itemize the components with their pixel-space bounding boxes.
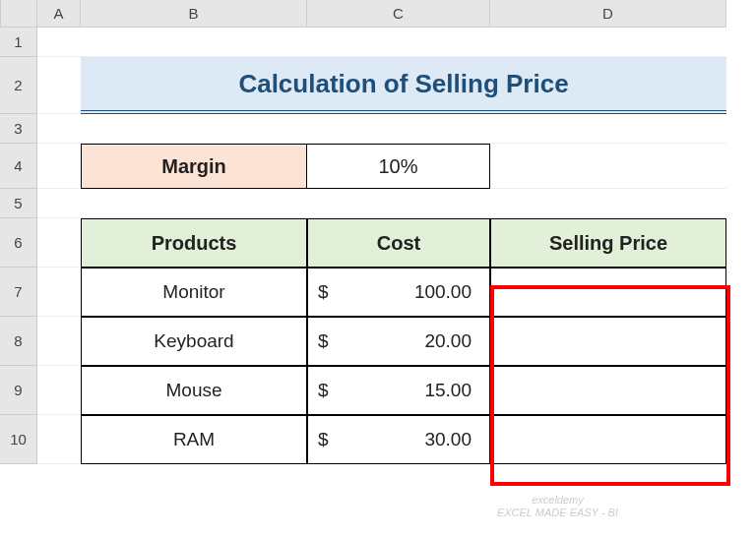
cell-a6[interactable]	[37, 218, 81, 268]
cost-1[interactable]: $20.00	[307, 317, 490, 366]
cost-2[interactable]: $15.00	[307, 366, 490, 415]
selling-2[interactable]	[490, 366, 726, 415]
product-3[interactable]: RAM	[81, 415, 307, 464]
watermark-line2: EXCEL MADE EASY - BI	[497, 507, 618, 519]
cost-3[interactable]: $30.00	[307, 415, 490, 464]
cost-value: 20.00	[424, 330, 472, 352]
cost-0[interactable]: $100.00	[307, 268, 490, 317]
cell-a5[interactable]	[37, 189, 81, 218]
selling-3[interactable]	[490, 415, 726, 464]
cell-d1[interactable]	[490, 28, 726, 57]
watermark-line1: exceldemy	[497, 494, 618, 507]
currency-symbol: $	[318, 429, 329, 450]
selling-0[interactable]	[490, 268, 726, 317]
cell-a2[interactable]	[37, 57, 81, 114]
cell-a7[interactable]	[37, 268, 81, 317]
cell-d3[interactable]	[490, 114, 726, 144]
cell-a3[interactable]	[37, 114, 81, 144]
row-header-6[interactable]: 6	[0, 218, 37, 268]
cell-a9[interactable]	[37, 366, 81, 415]
title-cell[interactable]: Calculation of Selling Price	[81, 57, 726, 114]
header-cost[interactable]: Cost	[307, 218, 490, 268]
margin-label[interactable]: Margin	[81, 144, 307, 189]
margin-value[interactable]: 10%	[307, 144, 490, 189]
currency-symbol: $	[318, 281, 329, 303]
select-all-corner[interactable]	[0, 0, 37, 28]
row-header-10[interactable]: 10	[0, 415, 37, 464]
product-1[interactable]: Keyboard	[81, 317, 307, 366]
product-0[interactable]: Monitor	[81, 268, 307, 317]
header-products[interactable]: Products	[81, 218, 307, 268]
cell-b1[interactable]	[81, 28, 307, 57]
selling-1[interactable]	[490, 317, 726, 366]
currency-symbol: $	[318, 380, 329, 401]
col-header-b[interactable]: B	[81, 0, 307, 28]
cell-b3[interactable]	[81, 114, 307, 144]
cell-b5[interactable]	[81, 189, 307, 218]
row-header-3[interactable]: 3	[0, 114, 37, 144]
row-header-5[interactable]: 5	[0, 189, 37, 218]
spreadsheet-grid: A B C D 1 2 Calculation of Selling Price…	[0, 0, 756, 464]
cost-value: 30.00	[424, 429, 472, 450]
cell-a4[interactable]	[37, 144, 81, 189]
row-header-4[interactable]: 4	[0, 144, 37, 189]
currency-symbol: $	[318, 330, 329, 352]
row-header-9[interactable]: 9	[0, 366, 37, 415]
row-header-7[interactable]: 7	[0, 268, 37, 317]
header-selling[interactable]: Selling Price	[490, 218, 726, 268]
cell-d5[interactable]	[490, 189, 726, 218]
col-header-d[interactable]: D	[490, 0, 726, 28]
cell-c5[interactable]	[307, 189, 490, 218]
cell-c1[interactable]	[307, 28, 490, 57]
row-header-8[interactable]: 8	[0, 317, 37, 366]
product-2[interactable]: Mouse	[81, 366, 307, 415]
cell-a1[interactable]	[37, 28, 81, 57]
cell-a10[interactable]	[37, 415, 81, 464]
watermark: exceldemy EXCEL MADE EASY - BI	[497, 494, 618, 519]
cost-value: 15.00	[424, 380, 472, 401]
col-header-c[interactable]: C	[307, 0, 490, 28]
row-header-1[interactable]: 1	[0, 28, 37, 57]
cost-value: 100.00	[414, 281, 472, 303]
row-header-2[interactable]: 2	[0, 57, 37, 114]
cell-d4[interactable]	[490, 144, 726, 189]
cell-c3[interactable]	[307, 114, 490, 144]
col-header-a[interactable]: A	[37, 0, 81, 28]
cell-a8[interactable]	[37, 317, 81, 366]
